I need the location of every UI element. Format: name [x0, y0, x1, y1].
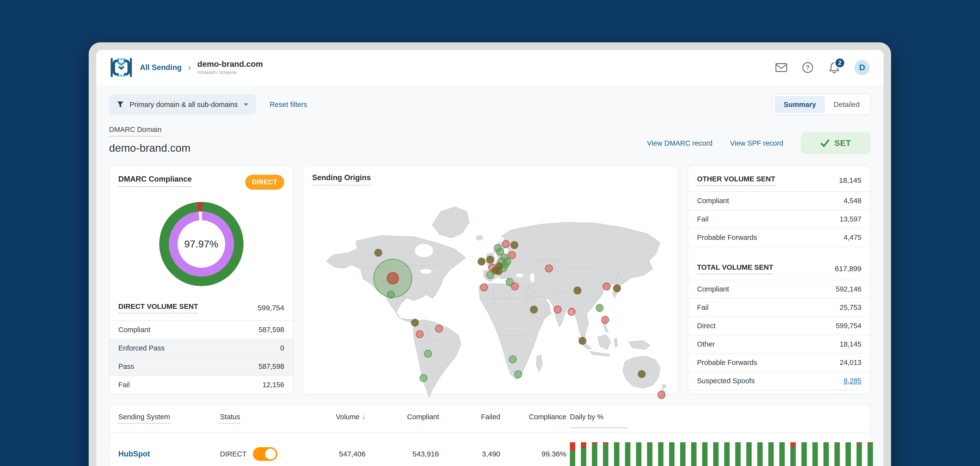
svg-text:?: ?: [806, 64, 810, 71]
origin-dot: [387, 273, 399, 284]
row-value[interactable]: 25,753: [840, 303, 861, 312]
direct-volume-sent-value: 599,754: [258, 304, 284, 312]
col-daily-by-percent: Daily by %: [566, 413, 870, 428]
origin-dot: [658, 392, 665, 398]
origin-dot: [375, 249, 382, 256]
sending-origins-card: Sending Origins: [303, 165, 678, 394]
total-volume-sent-label: TOTAL VOLUME SENT: [697, 263, 773, 274]
dmarc-domain-label: DMARC Domain: [109, 125, 161, 136]
table-row: Suspected Spoofs 8,285: [688, 372, 870, 390]
notification-badge: 2: [834, 57, 845, 68]
app-window: All Sending › demo-brand.com PRIMARY DOM…: [89, 42, 891, 466]
origin-dot: [424, 350, 431, 357]
table-row: Probable Forwards 4,475: [688, 228, 870, 247]
tab-detailed[interactable]: Detailed: [825, 96, 869, 113]
origin-dot: [504, 258, 511, 265]
table-row: Compliant 587,598: [110, 320, 293, 339]
origin-dot: [554, 306, 561, 313]
check-icon: [821, 139, 830, 147]
origin-dot: [420, 374, 427, 382]
total-volume-sent-value: 617,899: [835, 265, 861, 273]
origin-dot: [511, 283, 519, 290]
domain-type-label: PRIMARY DOMAIN: [197, 70, 263, 75]
sending-system-link[interactable]: HubSpot: [110, 450, 211, 458]
table-row: Compliant 4,548: [688, 192, 870, 210]
origin-dot: [435, 325, 442, 332]
tab-summary[interactable]: Summary: [775, 96, 825, 113]
origin-dot: [416, 331, 423, 338]
origin-dot: [387, 291, 395, 298]
origin-dot: [530, 306, 538, 313]
origin-dot: [515, 371, 522, 378]
breadcrumb-all-sending[interactable]: All Sending: [140, 63, 182, 72]
breadcrumb-current: demo-brand.com PRIMARY DOMAIN: [197, 59, 263, 75]
daily-bars: [570, 442, 873, 466]
set-label: SET: [834, 138, 851, 148]
sending-systems-table: Sending System Status Volume↓ Compliant …: [109, 404, 871, 466]
origin-dot: [496, 263, 503, 270]
row-value[interactable]: 24,013: [840, 358, 861, 367]
origins-card-title: Sending Origins: [312, 173, 371, 185]
origin-dot: [638, 371, 645, 378]
set-status-button[interactable]: SET: [801, 132, 871, 154]
table-row: Other 18,145: [688, 335, 870, 353]
col-sending-system[interactable]: Sending System: [110, 413, 211, 424]
origin-dot: [596, 304, 603, 311]
funnel-icon: [117, 101, 124, 108]
table-row: Fail 12,156: [110, 376, 293, 394]
origin-dot: [478, 258, 485, 265]
status-label: DIRECT: [220, 450, 247, 458]
compliance-donut-chart: 97.97%: [159, 202, 243, 286]
dmarc-domain-value: demo-brand.com: [109, 142, 191, 154]
compliance-percent: 97.97%: [184, 238, 218, 250]
table-row: Enforced Pass 0: [110, 339, 293, 357]
arrow-down-icon: ↓: [362, 413, 366, 421]
col-compliant[interactable]: Compliant: [366, 413, 439, 421]
origin-dot: [546, 265, 552, 272]
compliance-card-title: DMARC Compliance: [118, 175, 192, 187]
origin-dot: [509, 356, 516, 363]
table-row: Fail 25,753: [688, 299, 870, 317]
status-toggle[interactable]: [253, 447, 277, 461]
view-spf-record-link[interactable]: View SPF record: [730, 139, 783, 147]
row-value[interactable]: 8,285: [843, 377, 861, 385]
other-volume-sent-value: 18,145: [839, 176, 861, 185]
origin-dot: [480, 284, 488, 291]
origin-dot: [508, 252, 515, 259]
help-icon[interactable]: ?: [802, 62, 814, 74]
volume-summary-card: OTHER VOLUME SENT 18,145 Compliant 4,548…: [688, 165, 871, 394]
table-row: Probable Forwards 24,013: [688, 353, 870, 372]
origin-dot: [614, 285, 620, 292]
view-toggle: Summary Detailed: [773, 94, 871, 115]
col-failed[interactable]: Failed: [439, 413, 500, 421]
app-header: All Sending › demo-brand.com PRIMARY DOM…: [96, 50, 883, 85]
other-volume-rows: Compliant 4,548 Fail 13,597 Probable For…: [688, 192, 870, 247]
compliance-value: 99.36%: [500, 450, 566, 458]
direct-volume-sent-label: DIRECT VOLUME SENT: [118, 303, 198, 314]
origins-map[interactable]: [312, 189, 669, 399]
table-row: HubSpot DIRECT 547,406 543,916 3,490 99.…: [110, 433, 870, 466]
domain-filter-dropdown[interactable]: Primary domain & all sub-domains: [109, 94, 256, 115]
origin-dot: [574, 287, 581, 294]
reset-filters-link[interactable]: Reset filters: [270, 101, 307, 109]
row-value[interactable]: 599,754: [836, 322, 861, 330]
view-dmarc-record-link[interactable]: View DMARC record: [647, 139, 713, 147]
origin-dot: [603, 283, 610, 290]
compliant-value: 543,916: [366, 450, 439, 458]
origin-dot: [502, 241, 509, 248]
world-map: [312, 189, 669, 399]
mail-icon[interactable]: [775, 62, 788, 74]
col-compliance[interactable]: Compliance: [500, 413, 566, 421]
total-volume-rows: Compliant 592,146 Fail 25,753 Direct 599…: [688, 280, 870, 390]
col-status[interactable]: Status: [211, 413, 294, 424]
col-volume[interactable]: Volume↓: [294, 413, 366, 421]
bell-icon[interactable]: 2: [828, 62, 840, 74]
sending-rows: HubSpot DIRECT 547,406 543,916 3,490 99.…: [110, 433, 870, 466]
chevron-down-icon: [244, 103, 248, 106]
row-value[interactable]: 592,146: [836, 285, 861, 293]
avatar[interactable]: D: [854, 60, 870, 75]
row-value[interactable]: 18,145: [840, 340, 861, 348]
direct-badge: DIRECT: [245, 175, 285, 190]
table-row: Direct 599,754: [688, 317, 870, 335]
origin-dot: [511, 242, 518, 249]
